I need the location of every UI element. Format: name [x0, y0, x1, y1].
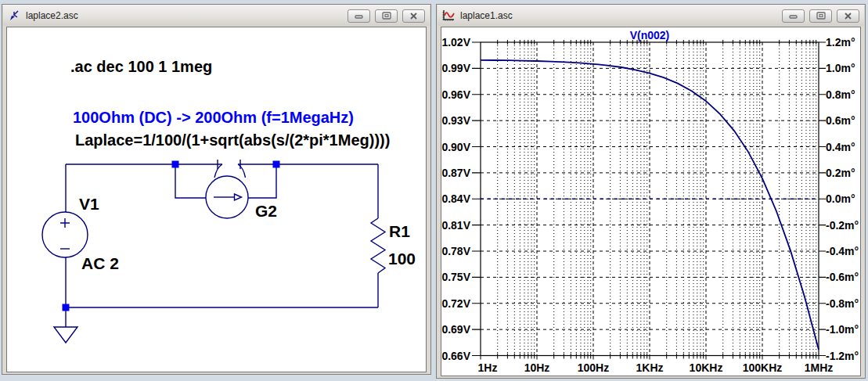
y-right-label: 1.0m° [826, 62, 861, 74]
y-left-label: 0.69V [441, 323, 470, 336]
y-left-label: 0.75V [441, 271, 470, 283]
x-axis-label: 1MHz [794, 361, 844, 374]
close-button-2[interactable] [837, 9, 859, 23]
x-axis-label: 100Hz [568, 361, 618, 374]
v1-name-label[interactable]: V1 [79, 196, 99, 212]
close-button[interactable] [402, 9, 425, 23]
maximize-button-2[interactable] [809, 9, 832, 23]
y-left-label: 0.99V [441, 62, 470, 74]
window-waveform: laplace1.asc V(n002) 1.02V0.99V0.96V0.93… [436, 4, 866, 379]
g2-symbol[interactable] [206, 160, 248, 218]
r1-name-label[interactable]: R1 [389, 223, 410, 239]
g2-name-label[interactable]: G2 [255, 203, 277, 219]
y-left-label: 0.90V [441, 141, 470, 153]
ground-symbol[interactable] [54, 327, 77, 343]
y-right-label: 0.0m° [826, 192, 861, 205]
window1-titlebar[interactable]: laplace2.asc [3, 5, 430, 26]
y-right-label: 0.4m° [826, 141, 861, 153]
y-left-label: 0.72V [441, 297, 470, 310]
window2-titlebar[interactable]: laplace1.asc [438, 5, 864, 26]
r1-value-label[interactable]: 100 [388, 250, 416, 267]
x-axis-label: 1KHz [625, 361, 675, 374]
y-right-label: 0.2m° [826, 167, 861, 179]
schematic-doc-icon[interactable] [8, 9, 21, 22]
trace-label[interactable]: V(n002) [587, 30, 712, 41]
y-right-label: 1.2m° [826, 36, 861, 49]
plot-grid-and-trace [441, 27, 861, 376]
wires [66, 164, 378, 327]
y-right-label: -0.6m° [826, 271, 861, 283]
y-right-label: -0.2m° [826, 219, 861, 232]
y-right-label: 0.6m° [826, 114, 861, 127]
window2-title: laplace1.asc [460, 10, 513, 21]
y-left-label: 0.78V [441, 245, 470, 257]
minimize-button[interactable] [348, 9, 370, 23]
y-right-label: -0.4m° [826, 245, 861, 257]
y-left-label: 0.66V [441, 350, 470, 362]
y-left-label: 0.93V [441, 114, 470, 127]
maximize-button[interactable] [375, 9, 398, 23]
y-left-label: 1.02V [441, 36, 470, 49]
y-left-label: 0.81V [441, 219, 470, 232]
waveform-doc-icon[interactable] [442, 9, 456, 22]
y-left-label: 0.96V [441, 88, 470, 101]
comment-blue[interactable]: 100Ohm (DC) -> 200Ohm (f=1MegaHz) [73, 110, 354, 125]
r1-symbol[interactable] [371, 218, 385, 273]
v1-value-label[interactable]: AC 2 [81, 255, 119, 271]
v1-symbol[interactable] [42, 212, 88, 257]
spice-directive[interactable]: .ac dec 100 1 1meg [70, 59, 212, 74]
waveform-pane[interactable]: V(n002) 1.02V0.99V0.96V0.93V0.90V0.87V0.… [441, 27, 861, 376]
y-right-label: -1.2m° [826, 350, 861, 362]
y-left-label: 0.84V [441, 192, 470, 205]
y-left-label: 0.87V [441, 167, 470, 179]
window1-title: laplace2.asc [26, 10, 78, 21]
schematic-drawing [7, 27, 427, 372]
window-schematic: laplace2.asc [2, 4, 431, 375]
junction-dots [63, 161, 280, 311]
x-axis-label: 10Hz [512, 361, 562, 374]
x-axis-label: 100KHz [737, 361, 787, 374]
x-axis-label: 1Hz [463, 361, 513, 374]
minimize-button-2[interactable] [782, 9, 805, 23]
schematic-canvas[interactable]: .ac dec 100 1 1meg 100Ohm (DC) -> 200Ohm… [6, 27, 427, 372]
y-right-label: -1.0m° [826, 323, 861, 336]
comment-laplace[interactable]: Laplace=1/100/(1+sqrt(abs(s/(2*pi*1Meg))… [75, 132, 390, 148]
y-right-label: -0.8m° [826, 297, 861, 310]
x-axis-label: 10KHz [681, 361, 731, 374]
y-right-label: 0.8m° [826, 88, 861, 101]
